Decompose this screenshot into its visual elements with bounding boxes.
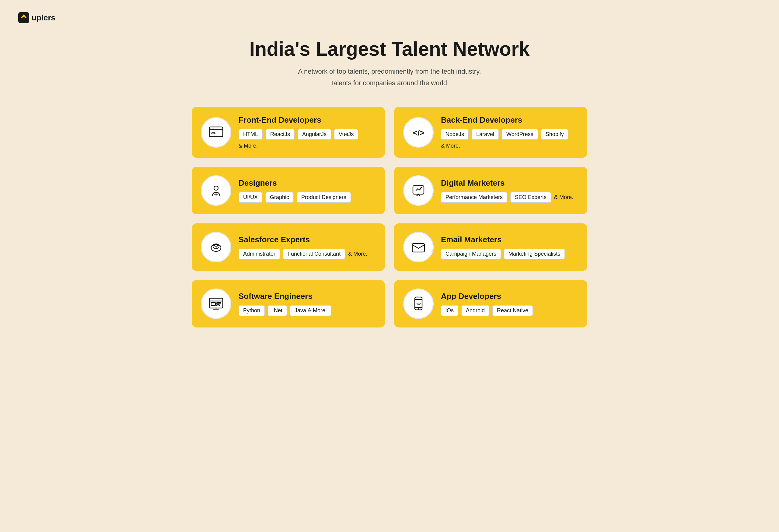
- card-title-front-end: Front-End Developers: [239, 115, 376, 125]
- more-text-back-end: & More.: [441, 143, 460, 149]
- card-content-email-marketers: Email MarketersCampaign ManagersMarketin…: [441, 235, 578, 259]
- tag: Performance Marketers: [441, 192, 507, 203]
- tag: Android: [461, 305, 489, 316]
- svg-text:</>: </>: [413, 128, 424, 137]
- card-salesforce: sf Salesforce ExpertsAdministratorFuncti…: [192, 223, 385, 271]
- svg-point-7: [214, 186, 218, 190]
- card-content-software-engineers: Software EngineersPython.NetJava & More.: [239, 292, 376, 316]
- tag: Python: [239, 305, 265, 316]
- card-tags-digital-marketers: Performance MarketersSEO Experts& More.: [441, 192, 578, 203]
- card-tags-designers: UI/UXGraphicProduct Designers: [239, 192, 376, 203]
- card-email-marketers: Email MarketersCampaign ManagersMarketin…: [394, 223, 587, 271]
- svg-rect-0: [18, 12, 29, 23]
- tag: Marketing Specialists: [504, 249, 565, 259]
- svg-rect-19: [217, 302, 221, 304]
- card-tags-salesforce: AdministratorFunctional Consultant& More…: [239, 249, 376, 259]
- logo-text: uplers: [32, 13, 55, 22]
- tag: HTML: [239, 129, 262, 140]
- svg-text:</>: </>: [211, 131, 216, 135]
- tag: WordPress: [502, 129, 538, 140]
- tag: .Net: [268, 305, 287, 316]
- front-end-icon: . . . </> ...: [201, 117, 231, 147]
- card-back-end: </> Back-End DevelopersNodeJsLaravelWord…: [394, 107, 587, 158]
- svg-text:sf: sf: [215, 247, 217, 249]
- svg-text:</>: </>: [416, 302, 421, 306]
- header: uplers: [18, 12, 761, 23]
- tag: iOs: [441, 305, 458, 316]
- app-developers-icon: </>: [403, 289, 434, 319]
- svg-rect-15: [412, 243, 424, 252]
- tag: Shopify: [541, 129, 568, 140]
- card-tags-email-marketers: Campaign ManagersMarketing Specialists: [441, 249, 578, 259]
- card-content-app-developers: App DevelopersiOsAndroidReact Native: [441, 292, 578, 316]
- card-tags-back-end: NodeJsLaravelWordPressShopify& More.: [441, 129, 578, 149]
- tag: Java & More.: [290, 305, 332, 316]
- back-end-icon: </>: [403, 117, 434, 147]
- page-title: India's Largest Talent Network: [18, 38, 761, 60]
- card-front-end: . . . </> ... Front-End DevelopersHTMLRe…: [192, 107, 385, 158]
- more-text-front-end: & More.: [239, 143, 258, 149]
- tag: Product Designers: [297, 192, 351, 203]
- tag: Administrator: [239, 249, 280, 259]
- svg-text:. . .: . . .: [211, 127, 214, 129]
- uplers-logo-icon: [18, 12, 29, 23]
- card-title-salesforce: Salesforce Experts: [239, 235, 376, 244]
- card-content-digital-marketers: Digital MarketersPerformance MarketersSE…: [441, 178, 578, 203]
- tag: UI/UX: [239, 192, 262, 203]
- salesforce-icon: sf: [201, 232, 231, 262]
- svg-rect-10: [413, 186, 424, 194]
- card-title-digital-marketers: Digital Marketers: [441, 178, 578, 188]
- cards-grid: . . . </> ... Front-End DevelopersHTMLRe…: [192, 107, 587, 328]
- card-content-front-end: Front-End DevelopersHTMLReactJsAngularJs…: [239, 115, 376, 149]
- email-marketers-icon: [403, 232, 434, 262]
- card-tags-front-end: HTMLReactJsAngularJsVueJs& More.: [239, 129, 376, 149]
- tag: React Native: [492, 305, 533, 316]
- svg-text:...: ...: [217, 133, 220, 136]
- svg-rect-20: [217, 305, 220, 306]
- tag: SEO Experts: [510, 192, 551, 203]
- more-text-salesforce: & More.: [348, 251, 367, 257]
- tag: Graphic: [265, 192, 294, 203]
- card-content-salesforce: Salesforce ExpertsAdministratorFunctiona…: [239, 235, 376, 259]
- tag: AngularJs: [298, 129, 331, 140]
- card-title-designers: Designers: [239, 178, 376, 188]
- logo[interactable]: uplers: [18, 12, 55, 23]
- tag: Campaign Managers: [441, 249, 501, 259]
- software-engineers-icon: [201, 289, 231, 319]
- card-title-email-marketers: Email Marketers: [441, 235, 578, 244]
- tag: Functional Consultant: [283, 249, 345, 259]
- svg-rect-18: [211, 302, 216, 306]
- tag: VueJs: [334, 129, 358, 140]
- designers-icon: [201, 175, 231, 206]
- card-tags-app-developers: iOsAndroidReact Native: [441, 305, 578, 316]
- subtitle: A network of top talents, predominently …: [18, 66, 761, 88]
- title-section: India's Largest Talent Network A network…: [18, 38, 761, 88]
- tag: NodeJs: [441, 129, 469, 140]
- tag: ReactJs: [266, 129, 295, 140]
- more-text-digital-marketers: & More.: [554, 194, 573, 200]
- card-tags-software-engineers: Python.NetJava & More.: [239, 305, 376, 316]
- svg-point-26: [418, 308, 419, 309]
- card-digital-marketers: Digital MarketersPerformance MarketersSE…: [394, 167, 587, 214]
- card-title-app-developers: App Developers: [441, 292, 578, 301]
- tag: Laravel: [472, 129, 499, 140]
- card-app-developers: </> App DevelopersiOsAndroidReact Native: [394, 280, 587, 328]
- card-title-software-engineers: Software Engineers: [239, 292, 376, 301]
- card-software-engineers: Software EngineersPython.NetJava & More.: [192, 280, 385, 328]
- card-content-back-end: Back-End DevelopersNodeJsLaravelWordPres…: [441, 115, 578, 149]
- card-content-designers: DesignersUI/UXGraphicProduct Designers: [239, 178, 376, 203]
- card-designers: DesignersUI/UXGraphicProduct Designers: [192, 167, 385, 214]
- digital-marketers-icon: [403, 175, 434, 206]
- card-title-back-end: Back-End Developers: [441, 115, 578, 125]
